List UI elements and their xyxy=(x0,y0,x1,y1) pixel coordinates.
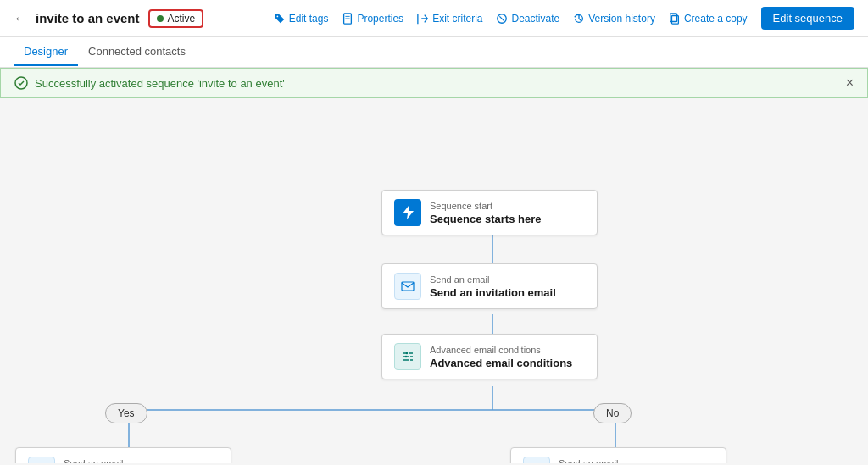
sequence-start-icon xyxy=(394,199,421,226)
header-left: ← invite to an event Active xyxy=(14,9,203,28)
properties-action[interactable]: Properties xyxy=(342,13,403,25)
sequence-start-label: Sequence start xyxy=(430,201,542,211)
send-email-1-text: Send an email Send an invitation email xyxy=(430,274,556,299)
header: ← invite to an event Active Edit tags Pr… xyxy=(0,0,868,37)
advanced-conditions-1-title: Advanced email conditions xyxy=(430,357,572,369)
properties-label: Properties xyxy=(357,13,403,25)
tabs-bar: Designer Connected contacts xyxy=(0,37,868,68)
tab-connected-contacts[interactable]: Connected contacts xyxy=(78,38,196,66)
success-message: Successfully activated sequence 'invite … xyxy=(35,77,285,90)
deactivate-icon xyxy=(496,13,508,25)
create-copy-label: Create a copy xyxy=(684,13,748,25)
lightning-icon xyxy=(400,205,415,220)
advanced-conditions-1-node[interactable]: Advanced email conditions Advanced email… xyxy=(381,334,598,379)
followup-email-icon xyxy=(523,457,550,463)
success-banner: Successfully activated sequence 'invite … xyxy=(0,68,868,98)
conditions-icon xyxy=(401,350,415,363)
send-confirmation-node[interactable]: Send an email Send a confirmation email xyxy=(15,447,231,463)
success-icon xyxy=(14,76,28,90)
advanced-cond-1-icon xyxy=(394,343,421,370)
followup-email-text: Send an email Follow up email for the ev… xyxy=(559,458,710,464)
tab-designer[interactable]: Designer xyxy=(14,38,78,66)
header-right: Edit tags Properties Exit criteria Deact… xyxy=(274,7,854,30)
followup-email-label: Send an email xyxy=(559,458,710,464)
exit-criteria-action[interactable]: Exit criteria xyxy=(417,13,482,25)
active-badge: Active xyxy=(148,9,204,28)
send-confirmation-icon xyxy=(28,457,55,463)
back-button[interactable]: ← xyxy=(14,11,27,26)
success-left: Successfully activated sequence 'invite … xyxy=(14,76,285,90)
edit-tags-label: Edit tags xyxy=(289,13,329,25)
svg-point-16 xyxy=(406,352,408,354)
edit-sequence-button[interactable]: Edit sequence xyxy=(761,7,854,30)
file-icon xyxy=(342,13,353,25)
email-icon xyxy=(401,280,415,293)
deactivate-label: Deactivate xyxy=(511,13,559,25)
version-history-label: Version history xyxy=(588,13,655,25)
sequence-start-title: Sequence starts here xyxy=(430,213,542,225)
sequence-start-node[interactable]: Sequence start Sequence starts here xyxy=(381,190,598,235)
send-confirmation-label: Send an email xyxy=(64,458,201,464)
copy-icon xyxy=(669,13,681,25)
flow-canvas: Sequence start Sequence starts here Send… xyxy=(0,98,868,463)
send-email-1-title: Send an invitation email xyxy=(430,286,556,299)
sequence-start-text: Sequence start Sequence starts here xyxy=(430,201,542,225)
active-label: Active xyxy=(168,13,196,25)
exit-icon xyxy=(417,13,429,25)
page-title: invite to an event xyxy=(36,11,140,25)
svg-rect-15 xyxy=(402,282,414,291)
exit-criteria-label: Exit criteria xyxy=(432,13,482,25)
deactivate-action[interactable]: Deactivate xyxy=(496,13,559,25)
advanced-conditions-1-text: Advanced email conditions Advanced email… xyxy=(430,345,572,369)
active-dot xyxy=(157,15,164,22)
svg-point-17 xyxy=(405,356,407,357)
no-branch-label: No xyxy=(593,403,632,423)
send-email-1-label: Send an email xyxy=(430,274,556,285)
send-email-1-node[interactable]: Send an email Send an invitation email xyxy=(381,263,598,309)
tag-icon xyxy=(274,13,286,25)
send-email-1-icon xyxy=(394,273,421,300)
history-icon xyxy=(573,13,585,25)
version-history-action[interactable]: Version history xyxy=(573,13,655,25)
close-banner-button[interactable]: × xyxy=(846,75,854,91)
create-copy-action[interactable]: Create a copy xyxy=(669,13,748,25)
followup-email-node[interactable]: Send an email Follow up email for the ev… xyxy=(510,447,726,463)
send-confirmation-text: Send an email Send a confirmation email xyxy=(64,458,201,464)
advanced-conditions-1-label: Advanced email conditions xyxy=(430,345,572,355)
edit-tags-action[interactable]: Edit tags xyxy=(274,13,329,25)
svg-line-4 xyxy=(500,16,504,20)
yes-branch-label: Yes xyxy=(105,403,147,423)
